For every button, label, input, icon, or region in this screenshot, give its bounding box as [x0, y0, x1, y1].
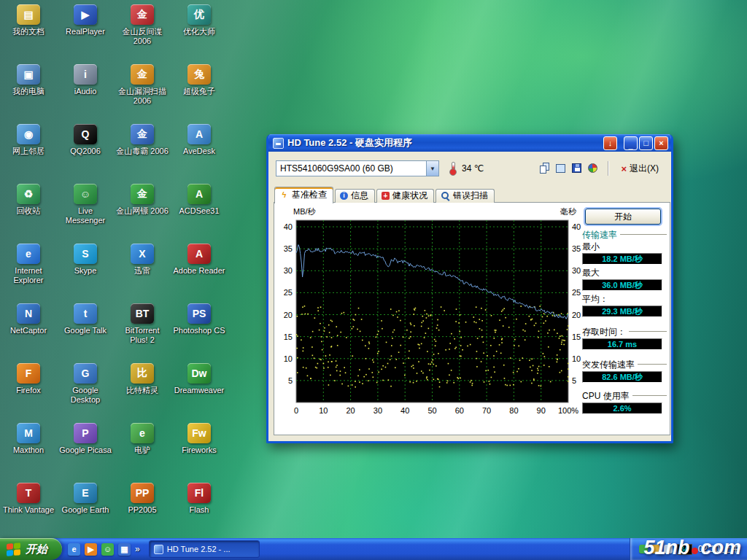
tab-health[interactable]: 健康状况 — [376, 189, 434, 203]
desktop-icon[interactable]: NNetCaptor — [1, 303, 55, 335]
quick-launch-more-button[interactable]: » — [135, 544, 140, 554]
stat-section-label: CPU 使用率 — [582, 390, 630, 402]
desktop-icon[interactable]: ▶RealPlayer — [58, 4, 112, 36]
desktop-icon[interactable]: QQQ2006 — [58, 124, 112, 156]
launch-internet-explorer-icon[interactable]: e — [68, 543, 80, 556]
chevron-down-icon[interactable]: ▼ — [426, 161, 438, 176]
desktop-icon[interactable]: ▤我的文档 — [1, 4, 55, 36]
drive-select[interactable]: HTS541060G9SA00 (60 GB) ▼ — [276, 160, 439, 176]
desktop-icon-label: 比特精灵 — [115, 386, 169, 395]
maximize-button[interactable]: □ — [639, 136, 653, 150]
desktop-icon-label: PP2005 — [115, 505, 169, 515]
desktop-icon[interactable]: 兔超级兔子 — [172, 64, 226, 96]
desktop-icon-label: Google Earth — [58, 505, 112, 515]
section-rule — [629, 331, 667, 332]
benchmark-tab-panel: MB/秒 毫秒 40403535303025252020151510105501… — [274, 202, 670, 435]
desktop-icon[interactable]: EGoogle Earth — [58, 483, 112, 515]
svg-text:5: 5 — [572, 376, 576, 385]
desktop-icon[interactable]: 金金山漏洞扫描 2006 — [115, 64, 169, 106]
watermark-text-2: com — [700, 537, 741, 559]
svg-text:30: 30 — [374, 406, 382, 415]
desktop-icon[interactable]: MMaxthon — [1, 423, 55, 455]
svg-text:25: 25 — [284, 288, 293, 297]
svg-text:80: 80 — [509, 406, 518, 415]
desktop-icon[interactable]: 比比特精灵 — [115, 363, 169, 395]
copy-icon[interactable] — [536, 160, 552, 176]
desktop-icon[interactable]: ▣我的电脑 — [1, 64, 55, 96]
my-computer-icon: ▣ — [17, 64, 40, 85]
capture-icon[interactable] — [552, 160, 568, 176]
desktop-icon-label: 优化大师 — [172, 27, 226, 36]
desktop-icon[interactable]: FFirefox — [1, 363, 55, 395]
tab-error-scan[interactable]: 错误扫描 — [436, 189, 495, 203]
desktop-icon[interactable]: DwDreamweaver — [172, 363, 226, 395]
launch-show-desktop-icon[interactable]: ▦ — [118, 543, 131, 556]
start-button-label: 开始 — [26, 542, 47, 556]
y-axis-left-unit: MB/秒 — [293, 206, 316, 217]
options-icon[interactable] — [584, 160, 600, 176]
desktop-icon[interactable]: AAdobe Reader — [172, 244, 226, 276]
desktop-icon[interactable]: ☺Live Messenger — [58, 184, 112, 225]
kingsoft-firewall-icon: 金 — [131, 184, 154, 204]
desktop-icon[interactable]: PSPhotoshop CS — [172, 303, 226, 335]
svg-text:15: 15 — [284, 332, 293, 341]
tab-benchmark[interactable]: 基准检查 — [274, 187, 333, 203]
close-button[interactable]: × — [654, 136, 668, 150]
desktop-icon-label: BitTorrent Plus! 2 — [115, 326, 169, 345]
svg-text:35: 35 — [572, 244, 581, 253]
qq-icon: Q — [74, 124, 97, 144]
desktop-icon-label: 超级兔子 — [172, 87, 226, 96]
svg-text:100%: 100% — [558, 406, 578, 415]
desktop-icon[interactable]: PPPP2005 — [115, 483, 169, 515]
acdsee-icon: A — [187, 184, 211, 204]
desktop-icon[interactable]: iiAudio — [58, 64, 112, 96]
save-icon[interactable] — [568, 160, 584, 176]
desktop-icon[interactable]: AACDSee31 — [172, 184, 226, 216]
desktop-icon[interactable]: GGoogle Desktop — [58, 363, 112, 405]
launch-messenger-icon[interactable]: ☺ — [101, 543, 114, 556]
health-icon — [382, 192, 390, 200]
svg-text:10: 10 — [319, 406, 328, 415]
tab-info[interactable]: 信息 — [335, 189, 375, 203]
stat-section-label: 存取时间： — [582, 326, 626, 338]
desktop-icon[interactable]: 金金山反间谍 2006 — [115, 4, 169, 46]
desktop-icon-label: Flash — [172, 505, 226, 515]
desktop-icon[interactable]: ♻回收站 — [1, 184, 55, 216]
exit-button[interactable]: × 退出(X) — [616, 160, 664, 177]
desktop-icon[interactable]: e电驴 — [115, 423, 169, 455]
start-button[interactable]: 开始 — [0, 538, 62, 560]
minimize-button[interactable]: _ — [624, 136, 638, 150]
temperature-value: 34 ℃ — [462, 163, 484, 174]
desktop-icon[interactable]: BTBitTorrent Plus! 2 — [115, 303, 169, 345]
desktop-icon[interactable]: 优优化大师 — [172, 4, 226, 36]
desktop-icon-label: Live Messenger — [58, 206, 112, 225]
stat-value: 16.7 ms — [582, 338, 662, 350]
svg-text:20: 20 — [572, 311, 581, 319]
window-titlebar[interactable]: HD Tune 2.52 - 硬盘实用程序 ↓_□× — [268, 134, 671, 152]
desktop-icon[interactable]: PGoogle Picasa — [58, 423, 112, 455]
minimize-to-tray-button[interactable]: ↓ — [603, 136, 617, 150]
watermark-dot-icon — [692, 548, 698, 554]
desktop-icon[interactable]: AAveDesk — [172, 124, 226, 156]
desktop-icon[interactable]: 金金山毒霸 2006 — [115, 124, 169, 156]
svg-text:90: 90 — [537, 406, 546, 415]
recycle-bin-icon: ♻ — [17, 184, 40, 204]
desktop-icon-label: ACDSee31 — [172, 206, 226, 216]
desktop-icon[interactable]: tGoogle Talk — [58, 303, 112, 335]
svg-text:25: 25 — [572, 288, 581, 297]
desktop-icon[interactable]: TThink Vantage — [1, 483, 55, 515]
desktop-icon[interactable]: FlFlash — [172, 483, 226, 515]
taskbar-task-hd-tune[interactable]: HD Tune 2.52 - ... — [149, 540, 260, 558]
desktop-icon[interactable]: eInternet Explorer — [1, 244, 55, 285]
desktop-icon[interactable]: SSkype — [58, 244, 112, 276]
desktop-icon[interactable]: X迅雷 — [115, 244, 169, 276]
windows-logo-icon — [7, 542, 21, 556]
launch-media-player-icon[interactable]: ▶ — [85, 543, 97, 556]
start-benchmark-button[interactable]: 开始 — [585, 209, 661, 225]
desktop-icon[interactable]: ◉网上邻居 — [1, 124, 55, 156]
desktop-icon[interactable]: FwFireworks — [172, 423, 226, 455]
desktop-icon-label: Internet Explorer — [1, 266, 55, 285]
desktop-icon[interactable]: 金金山网镖 2006 — [115, 184, 169, 216]
desktop-icon-label: Firefox — [1, 386, 55, 395]
live-messenger-icon: ☺ — [74, 184, 97, 204]
